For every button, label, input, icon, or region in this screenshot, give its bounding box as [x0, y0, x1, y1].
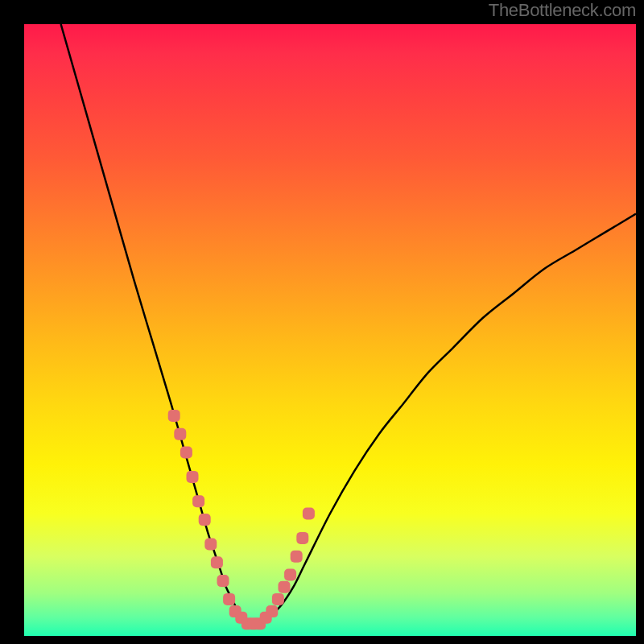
data-marker: [187, 471, 199, 483]
watermark-text: TheBottleneck.com: [489, 0, 636, 21]
data-marker: [291, 551, 303, 563]
data-marker: [303, 508, 315, 520]
data-marker: [168, 410, 180, 422]
data-marker: [174, 428, 186, 440]
curve-layer: [24, 24, 636, 636]
data-marker: [180, 447, 192, 459]
data-marker: [272, 593, 284, 605]
data-marker: [284, 569, 296, 581]
data-marker: [279, 581, 291, 593]
data-marker: [211, 556, 223, 568]
bottleneck-curve: [61, 24, 636, 624]
data-marker: [223, 593, 235, 605]
data-marker: [296, 532, 308, 544]
bottleneck-curve-line: [61, 24, 636, 624]
plot-area: [24, 24, 636, 636]
data-marker: [266, 605, 278, 617]
data-marker: [217, 575, 229, 587]
data-markers: [168, 410, 315, 630]
data-marker: [199, 514, 211, 526]
data-marker: [204, 539, 217, 551]
data-marker: [192, 495, 204, 507]
chart-container: TheBottleneck.com: [0, 0, 644, 644]
